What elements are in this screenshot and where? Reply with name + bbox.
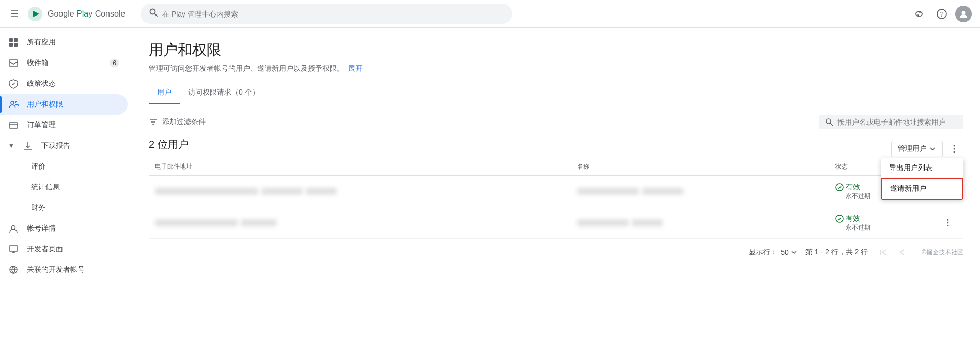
download-icon — [23, 141, 33, 151]
sidebar-item-label: 统计信息 — [31, 182, 119, 192]
help-button[interactable]: ? — [932, 5, 951, 23]
svg-point-35 — [947, 219, 949, 221]
pagination: 显示行： 50 第 1 - 2 行，共 2 行 ©掘金技术社区 — [149, 239, 963, 266]
rows-per-page-label: 显示行： — [749, 248, 777, 257]
user-search[interactable] — [819, 115, 963, 129]
sidebar-item-label: 下载报告 — [41, 141, 119, 150]
svg-point-21 — [962, 11, 966, 14]
sidebar-item-order-management[interactable]: 订单管理 — [0, 115, 128, 135]
svg-line-26 — [830, 123, 833, 126]
filter-icon — [149, 117, 158, 127]
check-circle-icon — [835, 183, 844, 191]
filter-bar[interactable]: 添加过滤条件 — [149, 117, 206, 127]
sidebar-item-label: 开发者页面 — [27, 245, 119, 254]
email-blurred-1 — [155, 188, 258, 195]
svg-point-37 — [947, 225, 949, 226]
tabs-bar: 用户 访问权限请求（0 个） — [149, 82, 963, 104]
topbar-right: ? — [910, 5, 972, 23]
expand-icon: ▼ — [8, 142, 14, 149]
sidebar-item-finance[interactable]: 财务 — [27, 197, 128, 218]
sidebar-item-label: 政策状态 — [27, 79, 119, 88]
prev-page-button[interactable] — [895, 245, 909, 260]
svg-rect-5 — [14, 43, 18, 47]
table-row[interactable]: 有效 永不过期 — [149, 176, 963, 207]
row-more-button[interactable] — [939, 214, 957, 232]
rows-per-page-select[interactable]: 50 — [781, 248, 797, 256]
users-table: 电子邮件地址 名称 状态 — [149, 158, 963, 239]
play-logo — [27, 6, 43, 22]
vertical-dots-icon — [949, 144, 959, 154]
search-input[interactable] — [162, 10, 504, 18]
svg-rect-6 — [9, 60, 18, 66]
sidebar-item-developer-page[interactable]: 开发者页面 — [0, 239, 128, 260]
sidebar-item-label: 评价 — [31, 162, 119, 171]
name-blurred-1 — [577, 188, 639, 195]
monitor-icon — [8, 244, 19, 254]
email-blurred-row2-1 — [155, 219, 238, 226]
sidebar-item-reviews[interactable]: 评价 — [27, 156, 128, 177]
svg-point-28 — [954, 148, 955, 150]
watermark: ©掘金技术社区 — [922, 248, 963, 257]
nav-sub-reports: 评价 统计信息 财务 — [0, 156, 132, 218]
page-title: 用户和权限 — [149, 40, 963, 60]
export-users-item[interactable]: 导出用户列表 — [881, 158, 963, 178]
first-page-button[interactable] — [876, 245, 891, 260]
sidebar-item-label: 帐号详情 — [27, 224, 119, 233]
sidebar-item-download-reports[interactable]: ▼ 下载报告 — [0, 135, 128, 156]
expand-link[interactable]: 展开 — [348, 64, 363, 73]
col-email: 电子邮件地址 — [149, 158, 571, 176]
link-icon — [8, 265, 19, 275]
name-blurred-row2-1 — [577, 219, 629, 226]
table-row[interactable]: 有效 永不过期 — [149, 207, 963, 239]
manage-users-button[interactable]: 管理用户 — [891, 141, 943, 157]
users-header-row: 2 位用户 管理用户 导出用户列表 邀请新用户 — [149, 138, 963, 158]
invite-new-user-item[interactable]: 邀请新用户 — [881, 178, 963, 200]
sidebar-item-stats[interactable]: 统计信息 — [27, 177, 128, 197]
sidebar-title: Google Play Console — [48, 9, 125, 19]
svg-rect-8 — [9, 123, 18, 128]
sidebar-item-users-permissions[interactable]: 用户和权限 — [0, 94, 128, 115]
status-badge: 有效 永不过期 — [835, 214, 926, 232]
more-options-button[interactable]: 导出用户列表 邀请新用户 — [945, 140, 963, 158]
svg-rect-3 — [14, 38, 18, 42]
sidebar-nav: 所有应用 收件箱 6 政策状态 用户和权限 — [0, 28, 132, 284]
avatar[interactable] — [955, 6, 972, 22]
page-range-label: 第 1 - 2 行，共 2 行 — [805, 248, 868, 257]
sidebar-item-account-details[interactable]: 帐号详情 — [0, 218, 128, 239]
tab-users[interactable]: 用户 — [149, 82, 180, 104]
sidebar-item-label: 用户和权限 — [27, 100, 119, 109]
link-button[interactable] — [910, 5, 928, 23]
svg-point-36 — [947, 222, 949, 224]
table-actions: 管理用户 导出用户列表 邀请新用户 — [891, 140, 963, 158]
pagination-nav — [876, 245, 909, 260]
user-search-icon — [825, 118, 833, 126]
email-blurred-2 — [261, 188, 303, 195]
more-options-dropdown: 导出用户列表 邀请新用户 — [881, 158, 963, 200]
sidebar-item-all-apps[interactable]: 所有应用 — [0, 32, 128, 53]
grid-icon — [8, 37, 19, 48]
users-icon — [8, 99, 19, 110]
sidebar-item-label: 财务 — [31, 203, 119, 212]
sidebar: ☰ Google Play Console 所有应用 收件箱 6 — [0, 0, 132, 350]
sidebar-item-inbox[interactable]: 收件箱 6 — [0, 53, 128, 73]
name-blurred-2 — [642, 188, 683, 195]
sidebar-item-policy-status[interactable]: 政策状态 — [0, 73, 128, 94]
svg-point-34 — [836, 215, 843, 222]
chevron-down-icon — [791, 249, 797, 255]
user-count: 2 位用户 — [149, 138, 189, 151]
hamburger-icon[interactable]: ☰ — [6, 4, 23, 24]
topbar: ? — [132, 0, 980, 28]
sidebar-item-label: 收件箱 — [27, 58, 101, 68]
rows-per-page: 显示行： 50 — [749, 248, 797, 257]
svg-point-30 — [836, 184, 843, 191]
sidebar-item-linked-dev[interactable]: 关联的开发者帐号 — [0, 260, 128, 280]
sidebar-item-label: 订单管理 — [27, 120, 119, 130]
creditcard-icon — [8, 120, 19, 130]
svg-line-18 — [155, 14, 158, 17]
search-bar[interactable] — [141, 4, 512, 24]
sidebar-item-label: 所有应用 — [27, 38, 119, 47]
tab-access-requests[interactable]: 访问权限请求（0 个） — [180, 82, 268, 104]
user-search-input[interactable] — [837, 118, 957, 126]
svg-rect-12 — [9, 246, 18, 251]
page-description: 管理可访问您开发者帐号的用户、邀请新用户以及授予权限。 展开 — [149, 64, 963, 73]
